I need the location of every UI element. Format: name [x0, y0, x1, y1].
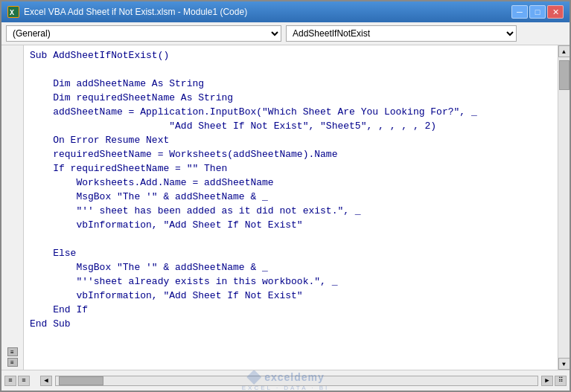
scroll-track-h[interactable] — [55, 376, 538, 386]
window-title: Excel VBA Add Sheet if Not Exist.xlsm - … — [24, 7, 247, 17]
scroll-track-v[interactable] — [558, 57, 570, 358]
scroll-left-btn[interactable]: ◀ — [40, 376, 52, 386]
scroll-down-button[interactable]: ▼ — [558, 358, 570, 370]
main-window: X Excel VBA Add Sheet if Not Exist.xlsm … — [0, 0, 571, 392]
bottom-icon-2[interactable]: ≡ — [18, 376, 30, 386]
code-editor[interactable]: Sub AddSheetIfNotExist() Dim addSheetNam… — [24, 45, 558, 370]
app-icon: X — [7, 6, 19, 18]
scroll-up-button[interactable]: ▲ — [558, 45, 570, 57]
margin-icon-1: ≡ — [7, 347, 18, 356]
scroll-right-btn[interactable]: ▶ — [541, 376, 553, 386]
title-bar-left: X Excel VBA Add Sheet if Not Exist.xlsm … — [7, 6, 247, 18]
scroll-thumb-h[interactable] — [59, 376, 103, 385]
maximize-button[interactable]: □ — [529, 5, 546, 19]
scroll-thumb-v[interactable] — [559, 60, 570, 90]
close-button[interactable]: ✕ — [547, 5, 564, 19]
minimize-button[interactable]: ─ — [511, 5, 528, 19]
toolbar: (General) AddSheetIfNotExist — [1, 22, 570, 45]
window-controls: ─ □ ✕ — [511, 5, 564, 19]
bottom-bar: ≡ ≡ ◀ ▶ exceldemy EXCEL · DATA · BI ⠿ — [1, 370, 570, 391]
left-margin: ≡ ≡ — [1, 45, 24, 370]
margin-icon-2: ≡ — [7, 358, 18, 367]
svg-text:X: X — [10, 9, 14, 17]
title-bar: X Excel VBA Add Sheet if Not Exist.xlsm … — [1, 1, 570, 22]
procedure-dropdown[interactable]: AddSheetIfNotExist — [286, 25, 517, 42]
general-dropdown[interactable]: (General) — [6, 25, 281, 42]
main-area: ≡ ≡ Sub AddSheetIfNotExist() Dim addShee… — [1, 45, 570, 370]
bottom-bar-inner: ≡ ≡ ◀ ▶ exceldemy EXCEL · DATA · BI ⠿ — [1, 376, 570, 386]
vertical-scrollbar[interactable]: ▲ ▼ — [558, 45, 570, 370]
resize-handle[interactable]: ⠿ — [555, 376, 567, 386]
bottom-icon-1[interactable]: ≡ — [4, 376, 16, 386]
